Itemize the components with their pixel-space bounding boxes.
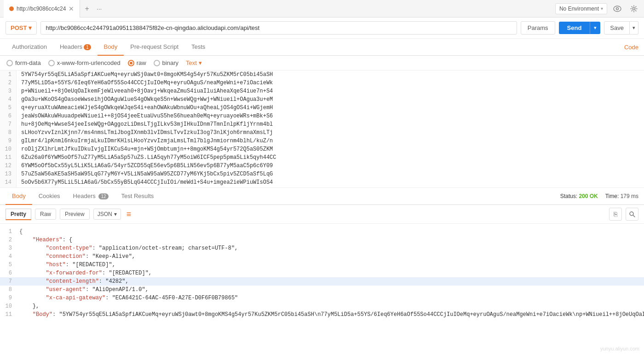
code-line: 1357uZ5aW56aKE5aSH5aW95LqG77yM6Y+V5LiN5a… [0, 170, 644, 178]
active-tab[interactable]: http://bc9086cc4c24 ✕ [4, 0, 80, 18]
resp-tab-body[interactable]: Body [6, 188, 32, 205]
request-body-editor[interactable]: 15YW754yr55qE5LiA5aSpfiAKCueMq+eyruWSj0a… [0, 70, 644, 188]
tab-label: http://bc9086cc4c24 [17, 6, 66, 12]
form-data-option[interactable]: form-data [6, 59, 41, 66]
json-line: 9 "x-ca-api-gateway": "ECA6421C-64AC-45F… [0, 294, 644, 302]
code-line: 126YWM5oOf5bCx55yL5LiK5LiA6aG/54yr5ZCD55… [0, 162, 644, 170]
code-line: 6jeaWsOWAkuWHuuadpeWNiueil++8jOS4jeeEtua… [0, 112, 644, 120]
json-line: 7 "content-length": "4282", [0, 277, 644, 286]
code-line: 3p+WNiueil++8jOeUqOaIkemFjeWlveeah0+8jOa… [0, 87, 644, 95]
tab-dot [9, 6, 14, 11]
request-tabs: Authorization Headers1 Body Pre-request … [0, 39, 644, 56]
env-select-area: No Environment ▾ [555, 2, 640, 15]
send-dropdown-button[interactable]: ▾ [590, 22, 600, 34]
code-line: 8sLHooYzvvIznlKjnn7/ms4nmsLTmiJbogIXnmb3… [0, 128, 644, 137]
tab-authorization[interactable]: Authorization [6, 39, 53, 56]
code-line: 9gILmr4/lpKnml6nkuIrmjaLkuIDmrKHlsLHooYz… [0, 137, 644, 145]
search-response-button[interactable] [626, 208, 638, 221]
save-button[interactable]: Save [604, 21, 630, 35]
resp-tab-headers[interactable]: Headers 12 [67, 188, 115, 205]
form-data-radio[interactable] [6, 60, 13, 66]
json-line: 5 "host": "[REDACTED]", [0, 261, 644, 269]
raw-option[interactable]: raw [128, 59, 146, 66]
raw-radio[interactable] [128, 60, 134, 66]
response-status: Status: 200 OK Time: 179 ms [560, 193, 638, 199]
response-body-viewer: 1{2 "Headers": {3 "content-type": "appli… [0, 224, 644, 334]
svg-line-4 [633, 216, 635, 217]
send-button[interactable]: Send [559, 22, 590, 34]
filter-icon[interactable]: ≡ [126, 210, 132, 219]
binary-option[interactable]: binary [154, 59, 178, 66]
json-line: 6 "x-forwarded-for": "[REDACTED]", [0, 269, 644, 277]
json-line: 10 }, [0, 302, 644, 310]
params-button[interactable]: Params [521, 21, 555, 35]
json-line: 4 "connection": "Keep-Alive", [0, 252, 644, 261]
save-dropdown-button[interactable]: ▾ [630, 21, 638, 35]
code-link[interactable]: Code [624, 44, 638, 51]
method-arrow-icon: ▾ [29, 24, 32, 31]
code-line: 145oOv5b6X77yM5LiL5LiA6aG/5bCx55yB5LqG44… [0, 178, 644, 187]
time-value: 179 ms [621, 193, 638, 199]
url-encoded-radio[interactable] [48, 60, 55, 66]
eye-icon[interactable] [611, 2, 624, 15]
code-line: 4gOa3u+WKoOS4gOasoeWwseihjOOAguWlueS4gOW… [0, 95, 644, 104]
text-format-dropdown[interactable]: Text ▾ [186, 59, 202, 66]
tab-close-icon[interactable]: ✕ [69, 5, 74, 12]
code-line: 10roDljZXlhrLmtJfkuIDkuIvjgIIKCuS4u+mjn+… [0, 145, 644, 153]
code-line: 5q+eyruaXtuWAmeacieWJjeS4gOWkqeWJqeS4i+e… [0, 104, 644, 112]
send-button-group: Send ▾ [559, 22, 601, 34]
code-line: 15YW754yr55qE5LiA5aSpfiAKCueMq+eyruWSj0a… [0, 70, 644, 79]
response-tabs-bar: Body Cookies Headers 12 Test Results Sta… [0, 188, 644, 205]
svg-point-3 [630, 212, 633, 216]
status-label: Status: 200 OK [560, 193, 598, 199]
json-line: 1{ [0, 228, 644, 236]
pretty-button[interactable]: Pretty [6, 209, 31, 220]
resp-tab-test-results[interactable]: Test Results [115, 188, 161, 205]
tab-body[interactable]: Body [98, 39, 124, 56]
chevron-down-icon: ▾ [601, 6, 603, 11]
svg-point-2 [633, 7, 635, 10]
url-bar: POST ▾ Params Send ▾ Save ▾ [0, 18, 644, 39]
url-input[interactable] [40, 21, 517, 35]
gear-icon[interactable] [627, 2, 640, 15]
binary-radio[interactable] [154, 60, 160, 66]
env-label: No Environment [559, 6, 599, 12]
tab-bar: http://bc9086cc4c24 ✕ + ··· No Environme… [0, 0, 644, 18]
copy-response-button[interactable]: ⎘ [609, 208, 622, 221]
code-line: 277yM5LiD5a+55YS/6Ieq6YeH6aOf55So44CCCjI… [0, 79, 644, 87]
url-encoded-option[interactable]: x-www-form-urlencoded [48, 59, 121, 66]
json-line: 3 "content-type": "application/octet-str… [0, 244, 644, 252]
format-arrow-icon: ▾ [114, 211, 117, 217]
time-label: Time: 179 ms [605, 193, 638, 199]
response-toolbar: Pretty Raw Preview JSON ▾ ≡ ⎘ [0, 205, 644, 224]
add-tab-button[interactable]: + [80, 5, 93, 13]
svg-point-0 [614, 6, 621, 12]
tab-pre-request[interactable]: Pre-request Script [124, 39, 185, 56]
format-select[interactable]: JSON ▾ [93, 209, 121, 220]
status-value: 200 OK [579, 193, 598, 199]
save-button-group: Save ▾ [604, 21, 638, 35]
code-line: 7hu+8jOeMq+WwseS4jeeIseWQg+OAggozLiDmsLT… [0, 120, 644, 128]
tab-headers[interactable]: Headers1 [53, 39, 98, 56]
svg-point-1 [616, 7, 619, 10]
body-type-bar: form-data x-www-form-urlencoded raw bina… [0, 56, 644, 70]
more-tabs-icon[interactable]: ··· [94, 5, 105, 12]
text-dropdown-arrow: ▾ [199, 59, 202, 66]
environment-select[interactable]: No Environment ▾ [555, 3, 607, 14]
method-select[interactable]: POST ▾ [6, 21, 37, 35]
resp-tab-cookies[interactable]: Cookies [32, 188, 67, 205]
json-line: 8 "user-agent": "AliOpenAPI/1.0", [0, 286, 644, 294]
preview-button[interactable]: Preview [60, 209, 90, 220]
tab-tests[interactable]: Tests [185, 39, 212, 56]
code-line: 116Zu26a0f6YWM5oOf57uZ77yM5LiA5aSp57uZS.… [0, 153, 644, 162]
json-line: 2 "Headers": { [0, 236, 644, 244]
method-label: POST [11, 24, 27, 31]
raw-button[interactable]: Raw [35, 209, 56, 220]
json-line: 11 "Body": "5YW754yr55qE5LiA5aSpfiAKCueM… [0, 310, 644, 319]
